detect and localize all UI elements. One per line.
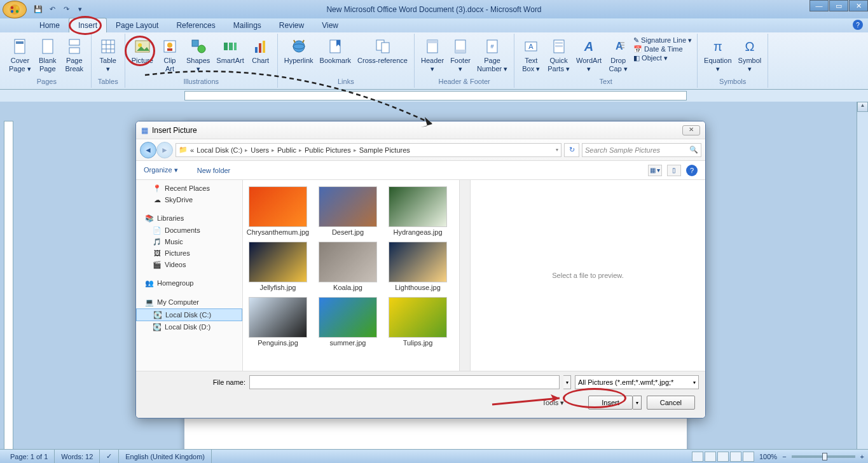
file-thumbnail[interactable]: Chrysanthemum.jpg [245,185,310,238]
navigation-pane[interactable]: 📍Recent Places ☁SkyDrive 📚Libraries 📄Doc… [136,180,243,371]
header-button[interactable]: Header▾ [418,35,446,74]
nav-homegroup[interactable]: 👥Homegroup [136,277,242,289]
search-icon[interactable]: 🔍 [689,146,698,154]
search-input[interactable]: Search Sample Pictures 🔍 [582,143,701,157]
filename-input[interactable] [249,375,560,389]
insert-dropdown-icon[interactable]: ▾ [633,396,642,410]
signature-line-button[interactable]: ✎Signature Line ▾ [633,36,692,45]
minimize-button[interactable]: ― [809,0,829,11]
office-button[interactable] [3,1,27,18]
breadcrumb-seg[interactable]: Public [277,146,296,154]
redo-icon[interactable]: ↷ [60,3,72,16]
file-thumbnail[interactable]: Lighthouse.jpg [385,240,450,293]
file-thumbnail[interactable]: Desert.jpg [315,185,380,238]
breadcrumb[interactable]: 📁 « Local Disk (C:)▸ Users▸ Public▸ Publ… [176,143,561,157]
breadcrumb-dropdown-icon[interactable]: ▾ [556,147,558,153]
status-page[interactable]: Page: 1 of 1 [4,450,55,463]
page-break-button[interactable]: PageBreak [62,35,87,74]
tools-dropdown[interactable]: Tools ▾ [542,399,564,407]
filename-dropdown-icon[interactable]: ▾ [563,375,571,389]
zoom-out-button[interactable]: − [782,453,786,460]
symbol-button[interactable]: ΩSymbol▾ [736,35,764,74]
maximize-button[interactable]: ▭ [829,0,848,11]
file-thumbnail[interactable]: Koala.jpg [315,240,380,293]
horizontal-ruler[interactable] [184,91,687,100]
object-button[interactable]: ◧Object ▾ [633,54,692,62]
tab-view[interactable]: View [313,18,347,32]
view-web-layout-icon[interactable] [717,452,729,462]
file-thumbnail[interactable]: Hydrangeas.jpg [385,185,450,238]
breadcrumb-seg[interactable]: Local Disk (C:) [196,146,242,154]
file-thumbnail[interactable]: Penguins.jpg [245,296,310,349]
blank-page-button[interactable]: BlankPage [35,35,60,74]
wordart-button[interactable]: AWordArt▾ [574,35,604,74]
view-full-screen-icon[interactable] [705,452,716,462]
save-icon[interactable]: 💾 [32,3,45,16]
footer-button[interactable]: Footer▾ [448,35,473,74]
close-button[interactable]: ✕ [849,0,868,11]
zoom-level[interactable]: 100% [759,453,777,460]
undo-icon[interactable]: ↶ [46,3,59,16]
cover-page-button[interactable]: CoverPage ▾ [6,35,34,74]
smartart-button[interactable]: SmartArt [214,35,246,66]
gallery-scrollbar[interactable] [459,180,470,371]
nav-computer[interactable]: 💻My Computer [136,296,242,308]
scroll-up-icon[interactable]: ▲ [857,102,868,112]
view-print-layout-icon[interactable] [692,452,703,462]
hyperlink-button[interactable]: Hyperlink [282,35,316,66]
view-outline-icon[interactable] [730,452,741,462]
vertical-ruler[interactable] [4,121,13,449]
date-time-button[interactable]: 📅Date & Time [633,45,692,53]
nav-recent-places[interactable]: 📍Recent Places [136,183,242,194]
nav-pictures[interactable]: 🖼Pictures [136,247,242,259]
equation-button[interactable]: πEquation▾ [701,35,734,74]
file-thumbnail[interactable]: Tulips.jpg [385,296,450,349]
view-mode-button[interactable]: ▦ ▾ [648,165,662,176]
cross-reference-button[interactable]: Cross-reference [355,35,410,66]
thumbnail-grid[interactable]: Chrysanthemum.jpgDesert.jpgHydrangeas.jp… [243,180,459,371]
status-language[interactable]: English (United Kingdom) [119,450,212,463]
nav-libraries[interactable]: 📚Libraries [136,212,242,225]
vertical-scrollbar[interactable]: ▲ [857,102,868,449]
clipart-button[interactable]: ClipArt [157,35,183,74]
nav-skydrive[interactable]: ☁SkyDrive [136,194,242,205]
textbox-button[interactable]: ATextBox ▾ [518,35,544,74]
file-thumbnail[interactable]: summer.jpg [315,296,380,349]
refresh-button[interactable]: ↻ [564,143,579,157]
view-draft-icon[interactable] [743,452,754,462]
dialog-close-button[interactable]: ✕ [682,125,700,135]
filetype-filter[interactable]: All Pictures (*.emf;*.wmf;*.jpg;*▾ [575,375,699,389]
nav-music[interactable]: 🎵Music [136,236,242,247]
quickparts-button[interactable]: QuickParts ▾ [545,35,572,74]
new-folder-button[interactable]: New folder [197,167,231,174]
tab-page-layout[interactable]: Page Layout [107,18,167,32]
nav-videos[interactable]: 🎬Videos [136,259,242,270]
organize-button[interactable]: Organize ▾ [144,166,178,174]
shapes-button[interactable]: Shapes▾ [184,35,212,74]
nav-forward-button[interactable]: ► [156,142,173,158]
tab-references[interactable]: References [167,18,224,32]
breadcrumb-seg[interactable]: Sample Pictures [359,146,410,154]
cancel-button[interactable]: Cancel [647,396,695,410]
dialog-titlebar[interactable]: ▦ Insert Picture ✕ [136,121,705,139]
status-proofing-icon[interactable]: ✓ [100,450,119,463]
preview-pane-button[interactable]: ▯ [667,165,681,176]
zoom-slider[interactable] [792,455,855,458]
nav-disk-c[interactable]: 💽Local Disk (C:) [136,308,242,321]
nav-documents[interactable]: 📄Documents [136,225,242,236]
breadcrumb-seg[interactable]: Public Pictures [305,146,351,154]
tab-review[interactable]: Review [270,18,313,32]
breadcrumb-seg[interactable]: Users [251,146,269,154]
dropcap-button[interactable]: ADropCap ▾ [605,35,631,74]
nav-disk-d[interactable]: 💽Local Disk (D:) [136,321,242,333]
page-number-button[interactable]: #PageNumber ▾ [474,35,510,74]
dialog-help-icon[interactable]: ? [686,165,698,176]
nav-back-button[interactable]: ◄ [140,142,156,158]
tab-home[interactable]: Home [31,18,69,32]
tab-insert[interactable]: Insert [69,18,107,32]
qat-dropdown-icon[interactable]: ▾ [74,3,86,16]
chart-button[interactable]: Chart [248,35,273,66]
file-thumbnail[interactable]: Jellyfish.jpg [245,240,310,293]
zoom-in-button[interactable]: + [860,453,864,460]
insert-button[interactable]: Insert [588,396,633,410]
